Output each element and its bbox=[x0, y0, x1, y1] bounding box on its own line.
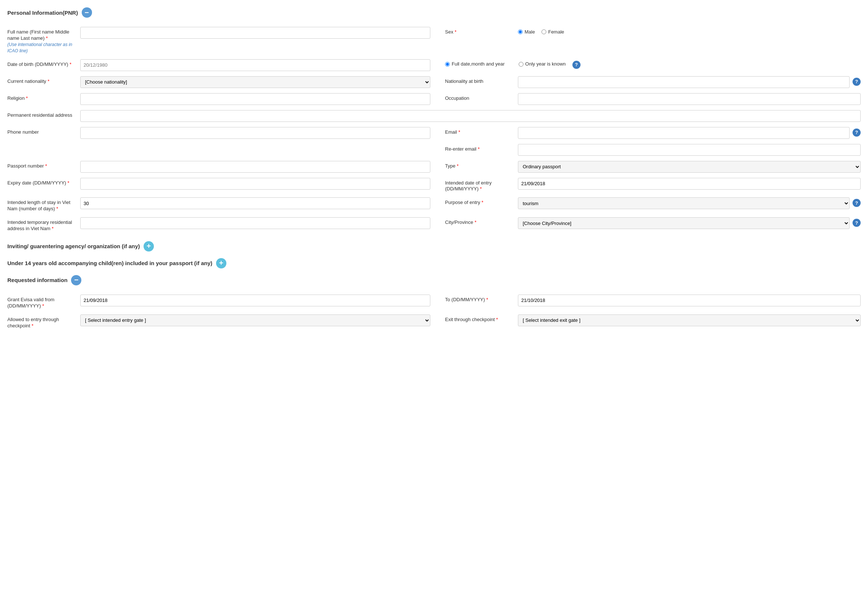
permanent-address-row: Permanent residential address bbox=[7, 108, 861, 124]
passport-type-row: Type * Ordinary passport bbox=[434, 158, 861, 175]
temp-address-req: * bbox=[52, 226, 54, 231]
expiry-label: Expiry date (DD/MM/YYYY) * bbox=[7, 178, 77, 186]
email-help-icon[interactable]: ? bbox=[853, 129, 861, 137]
dob-full-option[interactable]: Full date,month and year bbox=[445, 61, 505, 67]
expand-inviting-button[interactable]: + bbox=[143, 241, 154, 251]
sex-label: Sex * bbox=[445, 27, 515, 35]
purpose-row: Purpose of entry * tourism ? bbox=[434, 195, 861, 215]
stay-length-label: Intended length of stay in Viet Nam (num… bbox=[7, 197, 77, 212]
email-section: Email * ? Re-enter email * bbox=[434, 124, 861, 158]
full-name-req: * bbox=[46, 35, 48, 41]
dob-year-radio[interactable] bbox=[519, 62, 523, 67]
city-row: City/Province * [Choose City/Province] ? bbox=[434, 215, 861, 235]
dob-year-option[interactable]: Only year is known bbox=[519, 61, 566, 67]
dob-req: * bbox=[70, 61, 72, 67]
passport-label: Passport number * bbox=[7, 161, 77, 169]
nationality-birth-row: Nationality at birth ? bbox=[434, 74, 861, 91]
entry-date-req: * bbox=[480, 186, 482, 191]
exit-gate-row: Exit through checkpoint * [ Select inten… bbox=[434, 312, 861, 332]
city-help-icon[interactable]: ? bbox=[853, 219, 861, 227]
temp-address-input[interactable] bbox=[80, 217, 430, 229]
passport-type-select[interactable]: Ordinary passport bbox=[518, 161, 861, 173]
dob-label: Date of birth (DD/MM/YYYY) * bbox=[7, 59, 77, 68]
sex-female-option[interactable]: Female bbox=[541, 29, 564, 34]
purpose-help-icon[interactable]: ? bbox=[853, 199, 861, 207]
email-input[interactable] bbox=[518, 127, 850, 139]
religion-req: * bbox=[26, 96, 28, 101]
children-section-header: Under 14 years old accompanying child(re… bbox=[7, 258, 861, 268]
phone-row: Phone number bbox=[7, 124, 434, 158]
permanent-address-label: Permanent residential address bbox=[7, 110, 77, 118]
exit-gate-label: Exit through checkpoint * bbox=[445, 314, 515, 323]
sex-row: Sex * Male Female bbox=[434, 24, 861, 57]
stay-length-input[interactable] bbox=[80, 197, 430, 209]
religion-label: Religion * bbox=[7, 93, 77, 102]
sex-female-radio[interactable] bbox=[541, 30, 546, 34]
email-row: Email * ? bbox=[445, 124, 861, 141]
grant-from-req: * bbox=[42, 303, 44, 309]
email-label: Email * bbox=[445, 127, 515, 136]
sex-male-option[interactable]: Male bbox=[518, 29, 535, 34]
permanent-address-input[interactable] bbox=[80, 110, 861, 122]
phone-input[interactable] bbox=[80, 127, 430, 139]
dob-input[interactable] bbox=[80, 59, 430, 71]
requested-info-form: Grant Evisa valid from (DD/MM/YYYY) * To… bbox=[7, 292, 861, 332]
entry-gate-row: Allowed to entry through checkpoint * [ … bbox=[7, 312, 434, 332]
nationality-select[interactable]: [Choose nationality] bbox=[80, 76, 430, 88]
sex-req: * bbox=[455, 29, 456, 34]
sex-male-radio[interactable] bbox=[518, 30, 523, 34]
purpose-select[interactable]: tourism bbox=[518, 197, 850, 209]
passport-input[interactable] bbox=[80, 161, 430, 173]
occupation-row: Occupation bbox=[434, 91, 861, 108]
grant-from-input[interactable] bbox=[80, 295, 430, 306]
full-name-input[interactable] bbox=[80, 27, 430, 39]
exit-gate-req: * bbox=[496, 317, 498, 322]
grant-from-row: Grant Evisa valid from (DD/MM/YYYY) * bbox=[7, 292, 434, 312]
personal-info-form: Full name (First name Middle name Last n… bbox=[7, 24, 861, 235]
phone-label: Phone number bbox=[7, 127, 77, 136]
passport-type-label: Type * bbox=[445, 161, 515, 169]
purpose-req: * bbox=[482, 200, 483, 205]
religion-input[interactable] bbox=[80, 93, 430, 105]
dob-full-radio[interactable] bbox=[445, 62, 450, 67]
passport-row: Passport number * bbox=[7, 158, 434, 175]
expiry-input[interactable] bbox=[80, 178, 430, 190]
requested-section-header: Requested information − bbox=[7, 275, 861, 286]
children-title: Under 14 years old accompanying child(re… bbox=[7, 260, 212, 266]
entry-gate-select[interactable]: [ Select intended entry gate ] bbox=[80, 314, 430, 326]
re-email-input[interactable] bbox=[518, 144, 861, 156]
inviting-section-header: Inviting/ guarentering agency/ organizat… bbox=[7, 241, 861, 251]
personal-info-section-header: Personal Information(PNR) − bbox=[7, 7, 861, 18]
dob-help-icon[interactable]: ? bbox=[573, 61, 580, 69]
collapse-personal-info-button[interactable]: − bbox=[82, 7, 92, 18]
re-email-row: Re-enter email * bbox=[445, 141, 861, 158]
dob-options-group: Full date,month and year Only year is kn… bbox=[445, 59, 580, 69]
temp-address-label: Intended temporary residential address i… bbox=[7, 217, 77, 232]
city-req: * bbox=[474, 220, 476, 225]
purpose-label: Purpose of entry * bbox=[445, 197, 515, 206]
collapse-requested-button[interactable]: − bbox=[71, 275, 81, 286]
nationality-birth-help-icon[interactable]: ? bbox=[853, 78, 861, 86]
grant-to-input[interactable] bbox=[518, 295, 861, 306]
expand-children-button[interactable]: + bbox=[216, 258, 227, 268]
entry-gate-req: * bbox=[32, 323, 33, 329]
re-email-label: Re-enter email * bbox=[445, 144, 515, 152]
grant-to-label: To (DD/MM/YYYY) * bbox=[445, 295, 515, 303]
occupation-label: Occupation bbox=[445, 93, 515, 102]
entry-date-input[interactable] bbox=[518, 178, 861, 190]
entry-date-label: Intended date of entry (DD/MM/YYYY) * bbox=[445, 178, 515, 193]
occupation-input[interactable] bbox=[518, 93, 861, 105]
stay-length-req: * bbox=[56, 206, 58, 211]
temp-address-row: Intended temporary residential address i… bbox=[7, 215, 434, 235]
grant-from-label: Grant Evisa valid from (DD/MM/YYYY) * bbox=[7, 295, 77, 309]
nationality-label: Current nationality * bbox=[7, 76, 77, 85]
exit-gate-select[interactable]: [ Select intended exit gate ] bbox=[518, 314, 861, 326]
full-name-note: (Use international character as in ICAO … bbox=[7, 42, 72, 53]
requested-title: Requested information bbox=[7, 277, 67, 283]
city-label: City/Province * bbox=[445, 217, 515, 226]
entry-date-row: Intended date of entry (DD/MM/YYYY) * bbox=[434, 175, 861, 195]
nationality-birth-input[interactable] bbox=[518, 76, 850, 88]
city-select[interactable]: [Choose City/Province] bbox=[518, 217, 850, 229]
inviting-title: Inviting/ guarentering agency/ organizat… bbox=[7, 243, 140, 249]
nationality-birth-label: Nationality at birth bbox=[445, 76, 515, 85]
